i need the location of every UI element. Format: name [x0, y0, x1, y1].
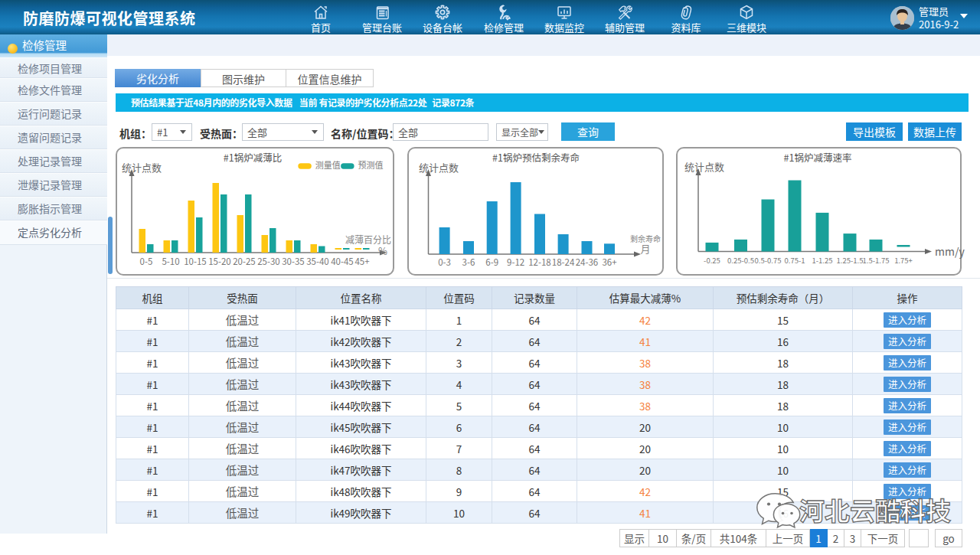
svg-text:0.5-0.75: 0.5-0.75 — [755, 255, 782, 266]
svg-text:0-3: 0-3 — [438, 256, 451, 268]
svg-text:#1锅炉减薄比: #1锅炉减薄比 — [224, 150, 282, 165]
svg-text:月: 月 — [640, 241, 650, 256]
svg-text:1.25-1.5: 1.25-1.5 — [837, 255, 864, 266]
svg-text:0-5: 0-5 — [140, 255, 153, 267]
svg-text:20-25: 20-25 — [233, 255, 256, 267]
svg-text:测量值: 测量值 — [315, 158, 341, 171]
svg-text:25-30: 25-30 — [257, 255, 280, 267]
svg-text:3-6: 3-6 — [462, 256, 475, 268]
svg-text:30-35: 30-35 — [282, 255, 305, 267]
svg-text:35-40: 35-40 — [306, 255, 329, 267]
svg-text:统计点数: 统计点数 — [684, 159, 724, 174]
svg-text:1.75+: 1.75+ — [894, 255, 913, 266]
svg-text:6-9: 6-9 — [485, 256, 498, 268]
svg-text:9-12: 9-12 — [507, 256, 524, 268]
svg-text:18-24: 18-24 — [552, 256, 575, 268]
svg-text:1.5-1.75: 1.5-1.75 — [863, 255, 890, 266]
svg-text:统计点数: 统计点数 — [122, 160, 162, 175]
svg-text:36+: 36+ — [602, 256, 616, 268]
svg-text:40-45: 40-45 — [331, 255, 354, 267]
svg-text:10-15: 10-15 — [184, 255, 207, 267]
svg-text:mm/y: mm/y — [935, 243, 965, 259]
svg-text:-0.25: -0.25 — [704, 255, 720, 266]
svg-text:预测值: 预测值 — [358, 158, 384, 171]
svg-text:24-36: 24-36 — [576, 256, 599, 268]
svg-text:45+: 45+ — [354, 255, 369, 267]
svg-text:统计点数: 统计点数 — [419, 160, 459, 175]
svg-text:15-20: 15-20 — [208, 255, 231, 267]
svg-text:#1锅炉预估剩余寿命: #1锅炉预估剩余寿命 — [492, 150, 580, 165]
svg-text:12-18: 12-18 — [528, 256, 551, 268]
svg-text:%: % — [378, 243, 387, 258]
svg-text:#1锅炉减薄速率: #1锅炉减薄速率 — [784, 150, 852, 165]
svg-text:1-1.25: 1-1.25 — [812, 255, 832, 266]
svg-text:0.25-0.5: 0.25-0.5 — [727, 255, 754, 266]
svg-text:5-10: 5-10 — [162, 255, 179, 267]
svg-text:0.75-1: 0.75-1 — [784, 255, 805, 266]
